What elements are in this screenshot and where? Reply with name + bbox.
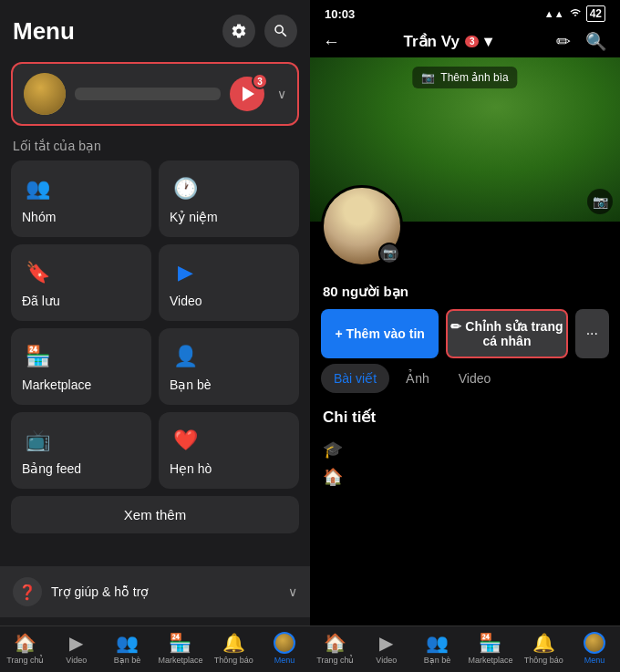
status-bar: 10:03 ▲▲ 42	[310, 0, 620, 26]
see-more-button[interactable]: Xem thêm	[11, 496, 299, 533]
hen-ho-icon: ❤️	[170, 425, 201, 456]
marketplace-label: Marketplace	[22, 377, 140, 392]
menu-title: Menu	[13, 17, 75, 46]
detail-section: Chi tiết 🎓 🏠	[310, 400, 620, 498]
signal-icon: ▲▲	[544, 8, 564, 19]
profile-notif-badge: 3	[465, 36, 480, 47]
nav-thong-bao-left[interactable]: 🔔 Thông báo	[213, 632, 253, 665]
right-bottom-nav: 🏠 Trang chủ ▶ Video 👥 Bạn bè 🏪 Marketpla…	[310, 625, 620, 672]
reels-button-wrapper: 3	[230, 77, 264, 111]
battery-icon: 42	[586, 5, 605, 22]
nav-marketplace-left[interactable]: 🏪 Marketplace	[158, 632, 202, 665]
nhom-label: Nhóm	[22, 210, 140, 224]
profile-row[interactable]: 3 ∨	[11, 62, 299, 126]
bang-feed-icon: 📺	[22, 425, 53, 456]
nav-trang-chu-left[interactable]: 🏠 Trang chủ	[5, 632, 46, 665]
hen-ho-label: Hẹn hò	[170, 461, 288, 476]
nav-ban-be-right[interactable]: 👥 Bạn bè	[418, 632, 458, 665]
menu-item-ky-niem[interactable]: 🕐 Kỷ niệm	[159, 160, 299, 237]
menu-item-marketplace[interactable]: 🏪 Marketplace	[11, 328, 151, 405]
time: 10:03	[325, 7, 355, 21]
friends-icon-left: 👥	[116, 632, 139, 654]
profile-name	[75, 88, 221, 100]
left-panel: Menu 3 ∨ Lối tắt của bạn 👥 Nhóm 🕐	[0, 0, 310, 672]
home-detail-icon: 🏠	[323, 467, 343, 487]
ky-niem-icon: 🕐	[170, 173, 201, 204]
nav-thong-bao-right[interactable]: 🔔 Thông báo	[523, 632, 563, 665]
friends-count: 80 người bạn	[310, 278, 620, 304]
action-buttons: + Thêm vào tin ✏ Chỉnh sửa trang cá nhân…	[310, 304, 620, 364]
left-bottom-nav: 🏠 Trang chủ ▶ Video 👥 Bạn bè 🏪 Marketpla…	[0, 625, 310, 672]
profile-name-header: Trần Vy 3 ▾	[404, 32, 493, 51]
search-profile-icon[interactable]: 🔍	[585, 31, 607, 52]
menu-item-da-luu[interactable]: 🔖 Đã lưu	[11, 244, 151, 321]
video-nav-label-left: Video	[66, 656, 87, 665]
menu-item-hen-ho[interactable]: ❤️ Hẹn hò	[159, 412, 299, 489]
add-cover-button[interactable]: 📷 Thêm ảnh bìa	[412, 67, 517, 88]
more-options-button[interactable]: ···	[575, 309, 609, 358]
video-label: Video	[170, 294, 288, 308]
bell-icon-left: 🔔	[222, 632, 245, 654]
avatar-section: 📷	[310, 185, 620, 271]
detail-title: Chi tiết	[323, 408, 607, 427]
support-row[interactable]: ❓ Trợ giúp & hỗ trợ ∨	[0, 566, 310, 617]
home-label-right: Trang chủ	[316, 656, 354, 665]
left-header: Menu	[0, 0, 310, 55]
tab-anh[interactable]: Ảnh	[393, 364, 442, 393]
add-story-button[interactable]: + Thêm vào tin	[321, 309, 439, 358]
marketplace-nav-label-left: Marketplace	[158, 656, 202, 665]
nav-video-left[interactable]: ▶ Video	[57, 632, 97, 665]
add-cover-label: Thêm ảnh bìa	[440, 71, 508, 84]
settings-button[interactable]	[222, 15, 255, 47]
bang-feed-label: Bảng feed	[22, 461, 140, 476]
friends-label-right: Bạn bè	[424, 656, 451, 665]
menu-item-nhom[interactable]: 👥 Nhóm	[11, 160, 151, 237]
wifi-icon	[569, 7, 582, 20]
support-icon: ❓	[13, 577, 42, 606]
friends-label-left: Bạn bè	[114, 656, 141, 665]
video-icon: ▶	[170, 257, 201, 288]
home-icon-left: 🏠	[14, 632, 36, 654]
right-panel: 10:03 ▲▲ 42 ← Trần Vy 3 ▾ ✏ 🔍 📷 Thêm ảnh…	[310, 0, 620, 672]
profile-header: ← Trần Vy 3 ▾ ✏ 🔍	[310, 26, 620, 57]
profile-header-right-icons: ✏ 🔍	[556, 31, 607, 52]
nav-trang-chu-right[interactable]: 🏠 Trang chủ	[315, 632, 356, 665]
nav-menu-right[interactable]: Menu	[574, 632, 615, 665]
profile-dropdown-chevron[interactable]: ▾	[484, 32, 492, 51]
menu-item-bang-feed[interactable]: 📺 Bảng feed	[11, 412, 151, 489]
ky-niem-label: Kỷ niệm	[170, 210, 288, 224]
tab-video[interactable]: Video	[446, 364, 504, 393]
ban-be-label: Bạn bè	[170, 377, 288, 392]
camera-cover-icon: 📷	[421, 71, 435, 84]
avatar-wrapper: 📷	[321, 185, 403, 267]
thong-bao-label-left: Thông báo	[214, 656, 253, 665]
menu-item-video[interactable]: ▶ Video	[159, 244, 299, 321]
menu-grid: 👥 Nhóm 🕐 Kỷ niệm 🔖 Đã lưu ▶ Video 🏪 Mark…	[0, 160, 310, 489]
profile-chevron[interactable]: ∨	[277, 87, 286, 101]
nav-video-right[interactable]: ▶ Video	[367, 632, 407, 665]
nav-menu-left[interactable]: Menu	[264, 632, 305, 665]
avatar-camera-button[interactable]: 📷	[378, 243, 400, 264]
nhom-icon: 👥	[22, 173, 53, 204]
search-button[interactable]	[264, 15, 297, 47]
menu-avatar-left	[274, 632, 295, 654]
support-chevron: ∨	[288, 584, 297, 599]
back-button[interactable]: ←	[323, 32, 340, 52]
nav-ban-be-left[interactable]: 👥 Bạn bè	[108, 632, 148, 665]
notification-badge: 3	[252, 73, 268, 89]
video-nav-label-right: Video	[376, 656, 397, 665]
education-icon: 🎓	[323, 439, 343, 460]
tab-bai-viet[interactable]: Bài viết	[321, 364, 389, 393]
detail-item-education: 🎓	[323, 436, 607, 463]
menu-label-right: Menu	[584, 656, 605, 665]
menu-item-ban-be[interactable]: 👤 Bạn bè	[159, 328, 299, 405]
header-icons	[222, 15, 297, 47]
nav-marketplace-right[interactable]: 🏪 Marketplace	[468, 632, 512, 665]
da-luu-label: Đã lưu	[22, 294, 140, 308]
edit-profile-icon[interactable]: ✏	[556, 31, 571, 52]
da-luu-icon: 🔖	[22, 257, 53, 288]
ban-be-icon: 👤	[170, 341, 201, 372]
support-label: Trợ giúp & hỗ trợ	[51, 584, 149, 599]
shortcuts-label: Lối tắt của bạn	[0, 133, 310, 160]
edit-profile-button[interactable]: ✏ Chỉnh sửa trang cá nhân	[446, 309, 567, 358]
